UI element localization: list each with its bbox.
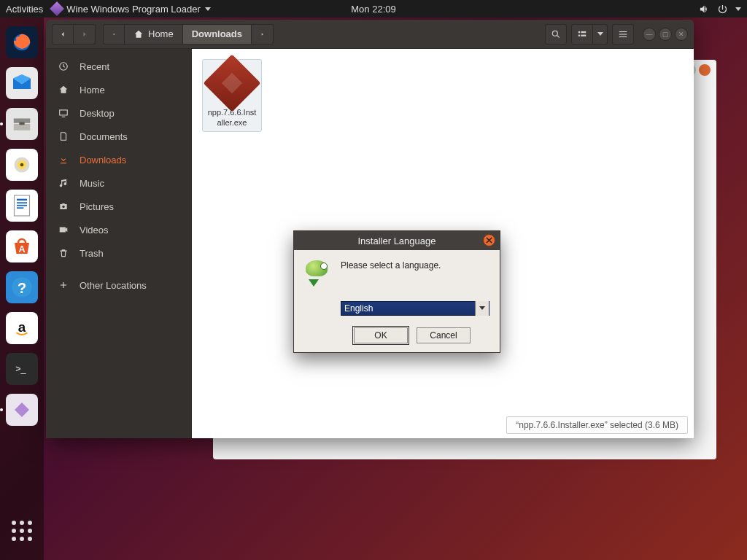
svg-rect-11 [17,207,23,209]
sidebar-item-pictures[interactable]: Pictures [46,195,192,218]
sidebar-item-recent[interactable]: Recent [46,55,192,78]
camera-icon [58,201,69,211]
video-icon [58,225,69,235]
selection-status: “npp.7.6.6.Installer.exe” selected (3.6 … [506,416,688,434]
app-menu-label: Wine Windows Program Loader [66,4,201,15]
power-icon [717,4,728,15]
dock-rhythmbox[interactable] [6,149,38,181]
path-bar: Home Downloads [103,24,274,44]
svg-rect-23 [581,31,586,32]
ubuntu-dock: A ? a >_ [0,18,44,560]
search-icon [551,29,561,39]
language-select[interactable]: English [341,301,489,316]
sidebar-item-downloads[interactable]: Downloads [46,148,192,171]
language-select-value: English [344,303,373,314]
chevron-down-icon [735,7,741,11]
nav-forward-button[interactable] [74,24,96,44]
view-dropdown-button[interactable] [593,24,608,44]
triangle-left-icon [112,31,115,38]
chevron-left-icon [58,30,67,39]
files-window: Home Downloads — ▢ ✕ [46,20,694,438]
dialog-prompt: Please select a language. [341,260,441,271]
sidebar-item-label: Home [80,85,105,96]
sidebar-item-label: Desktop [80,108,115,119]
download-icon [58,155,69,165]
file-item[interactable]: npp.7.6.6.Installer.exe [202,59,262,132]
clock-icon [58,61,69,71]
window-maximize-button[interactable]: ▢ [659,28,672,41]
cancel-button[interactable]: Cancel [417,327,471,343]
svg-rect-30 [60,110,68,115]
clock[interactable]: Mon 22:09 [351,4,395,15]
music-icon [58,178,69,188]
sidebar-item-label: Trash [80,248,104,259]
dock-amazon[interactable]: a [6,312,38,344]
dock-files[interactable] [6,108,38,140]
sidebar-item-label: Recent [80,61,109,72]
dock-thunderbird[interactable] [6,67,38,99]
home-icon [58,85,69,95]
window-controls: — ▢ ✕ [643,28,688,41]
svg-text:>_: >_ [15,364,26,374]
dock-libreoffice-writer[interactable] [6,190,38,222]
svg-rect-9 [17,202,27,203]
hamburger-menu-button[interactable] [612,24,634,44]
view-list-button[interactable] [571,24,593,44]
system-status-area[interactable] [699,4,741,15]
dialog-close-button[interactable] [483,234,495,246]
files-sidebar: Recent Home Desktop Documents Downloads … [46,49,192,438]
sidebar-item-trash[interactable]: Trash [46,241,192,265]
window-minimize-button[interactable]: — [643,28,656,41]
app-menu[interactable]: Wine Windows Program Loader [52,4,211,15]
show-applications-button[interactable] [6,515,38,547]
svg-text:a: a [18,319,26,335]
sidebar-item-label: Downloads [80,155,126,166]
svg-point-6 [20,163,24,167]
list-icon [577,29,587,39]
installer-icon [306,260,330,285]
sidebar-item-videos[interactable]: Videos [46,218,192,241]
dock-firefox[interactable] [6,26,38,58]
dock-help[interactable]: ? [6,271,38,303]
chevron-down-icon [205,7,211,11]
chevron-down-icon [479,306,485,310]
sidebar-item-music[interactable]: Music [46,171,192,195]
path-current[interactable]: Downloads [183,24,252,44]
path-child-button[interactable] [252,24,274,44]
svg-point-31 [62,206,65,209]
svg-rect-26 [619,31,627,31]
sidebar-item-desktop[interactable]: Desktop [46,101,192,125]
chevron-right-icon [80,30,89,39]
svg-rect-25 [581,34,586,36]
wine-icon [50,1,64,16]
desktop-icon [58,108,69,118]
close-icon[interactable] [699,64,711,76]
sidebar-item-documents[interactable]: Documents [46,125,192,148]
dock-wine-loader[interactable] [6,394,38,426]
sidebar-item-label: Videos [80,225,109,236]
nav-back-button[interactable] [52,24,74,44]
hamburger-icon [618,29,628,39]
dock-ubuntu-software[interactable]: A [6,230,38,262]
close-icon [486,237,492,244]
svg-rect-8 [17,199,27,201]
sidebar-item-home[interactable]: Home [46,78,192,101]
sidebar-item-other-locations[interactable]: Other Locations [46,273,192,297]
ok-button[interactable]: OK [354,327,408,343]
activities-button[interactable]: Activities [6,4,43,15]
dock-terminal[interactable]: >_ [6,353,38,385]
dialog-titlebar[interactable]: Installer Language [294,231,500,250]
path-parent-button[interactable] [103,24,125,44]
plus-icon [58,280,69,290]
svg-rect-27 [619,34,627,34]
svg-rect-32 [60,228,66,233]
path-home[interactable]: Home [125,24,183,44]
document-icon [58,131,69,141]
gnome-top-panel: Activities Wine Windows Program Loader M… [0,0,747,18]
path-current-label: Downloads [192,28,242,39]
sidebar-item-label: Documents [80,131,128,142]
svg-rect-28 [619,36,627,36]
window-close-button[interactable]: ✕ [675,28,688,41]
chevron-down-icon [597,32,603,36]
search-button[interactable] [545,24,567,44]
